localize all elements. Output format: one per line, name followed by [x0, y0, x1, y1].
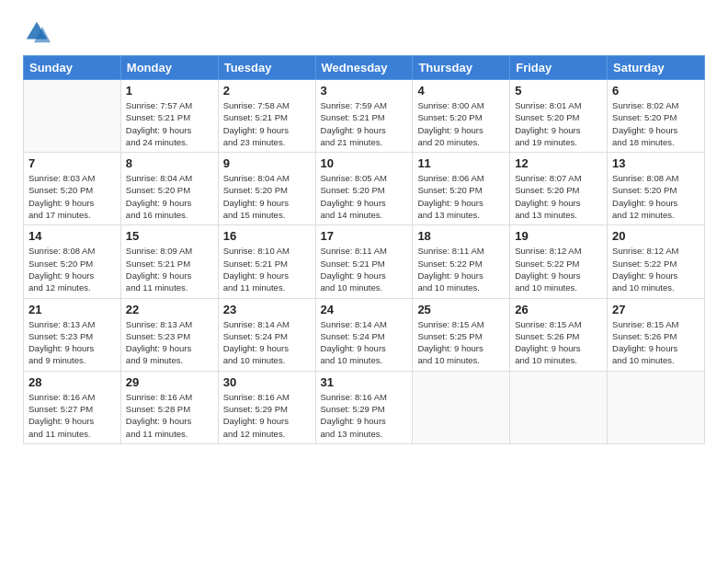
calendar-cell: 28Sunrise: 8:16 AM Sunset: 5:27 PM Dayli…	[24, 371, 121, 443]
day-number: 23	[223, 303, 311, 316]
day-number: 19	[515, 229, 602, 243]
calendar-cell: 15Sunrise: 8:09 AM Sunset: 5:21 PM Dayli…	[120, 225, 218, 298]
day-number: 8	[126, 156, 213, 170]
weekday-header-wednesday: Wednesday	[315, 56, 413, 80]
day-number: 28	[28, 375, 116, 389]
day-info: Sunrise: 8:15 AM Sunset: 5:25 PM Dayligh…	[417, 318, 505, 367]
calendar-cell: 8Sunrise: 8:04 AM Sunset: 5:20 PM Daylig…	[120, 153, 218, 225]
day-number: 22	[126, 303, 213, 316]
weekday-header-row: SundayMondayTuesdayWednesdayThursdayFrid…	[24, 56, 705, 80]
day-number: 20	[612, 229, 700, 243]
calendar-cell: 14Sunrise: 8:08 AM Sunset: 5:20 PM Dayli…	[24, 225, 121, 298]
day-number: 18	[417, 229, 505, 243]
day-info: Sunrise: 8:11 AM Sunset: 5:21 PM Dayligh…	[321, 245, 408, 293]
day-info: Sunrise: 7:59 AM Sunset: 5:21 PM Dayligh…	[321, 99, 408, 148]
day-number: 3	[321, 84, 408, 98]
calendar-cell: 13Sunrise: 8:08 AM Sunset: 5:20 PM Dayli…	[608, 153, 705, 225]
day-info: Sunrise: 8:14 AM Sunset: 5:24 PM Dayligh…	[223, 318, 311, 367]
calendar-cell: 10Sunrise: 8:05 AM Sunset: 5:20 PM Dayli…	[315, 153, 413, 225]
day-number: 30	[223, 375, 311, 389]
calendar-cell: 31Sunrise: 8:16 AM Sunset: 5:29 PM Dayli…	[315, 371, 413, 443]
calendar-cell: 18Sunrise: 8:11 AM Sunset: 5:22 PM Dayli…	[413, 225, 510, 298]
day-info: Sunrise: 8:16 AM Sunset: 5:28 PM Dayligh…	[126, 391, 213, 440]
day-info: Sunrise: 8:15 AM Sunset: 5:26 PM Dayligh…	[515, 318, 602, 367]
calendar-cell: 9Sunrise: 8:04 AM Sunset: 5:20 PM Daylig…	[218, 153, 315, 225]
day-info: Sunrise: 8:02 AM Sunset: 5:20 PM Dayligh…	[612, 99, 700, 148]
weekday-header-monday: Monday	[120, 56, 218, 80]
weekday-header-tuesday: Tuesday	[218, 56, 315, 80]
weekday-header-saturday: Saturday	[608, 56, 705, 80]
day-info: Sunrise: 8:04 AM Sunset: 5:20 PM Dayligh…	[126, 172, 213, 221]
day-info: Sunrise: 8:08 AM Sunset: 5:20 PM Dayligh…	[612, 172, 700, 221]
day-number: 21	[28, 303, 116, 316]
day-number: 26	[515, 303, 602, 316]
day-number: 15	[126, 229, 213, 243]
day-number: 10	[321, 156, 408, 170]
day-number: 12	[515, 156, 602, 170]
day-info: Sunrise: 8:01 AM Sunset: 5:20 PM Dayligh…	[515, 99, 602, 148]
weekday-header-friday: Friday	[510, 56, 608, 80]
day-number: 7	[28, 156, 116, 170]
day-info: Sunrise: 8:12 AM Sunset: 5:22 PM Dayligh…	[515, 245, 602, 293]
day-number: 4	[417, 84, 505, 98]
day-info: Sunrise: 8:16 AM Sunset: 5:29 PM Dayligh…	[321, 391, 408, 440]
calendar-cell: 23Sunrise: 8:14 AM Sunset: 5:24 PM Dayli…	[218, 298, 315, 371]
calendar-cell	[510, 371, 608, 443]
calendar-cell: 26Sunrise: 8:15 AM Sunset: 5:26 PM Dayli…	[510, 298, 608, 371]
day-info: Sunrise: 8:13 AM Sunset: 5:23 PM Dayligh…	[28, 318, 116, 367]
calendar-cell: 21Sunrise: 8:13 AM Sunset: 5:23 PM Dayli…	[24, 298, 121, 371]
week-row-4: 21Sunrise: 8:13 AM Sunset: 5:23 PM Dayli…	[24, 298, 705, 371]
day-info: Sunrise: 8:07 AM Sunset: 5:20 PM Dayligh…	[515, 172, 602, 221]
day-info: Sunrise: 8:08 AM Sunset: 5:20 PM Dayligh…	[28, 245, 116, 293]
day-number: 17	[321, 229, 408, 243]
calendar-cell: 22Sunrise: 8:13 AM Sunset: 5:23 PM Dayli…	[120, 298, 218, 371]
day-info: Sunrise: 7:58 AM Sunset: 5:21 PM Dayligh…	[223, 99, 311, 148]
day-number: 13	[612, 156, 700, 170]
calendar-cell: 16Sunrise: 8:10 AM Sunset: 5:21 PM Dayli…	[218, 225, 315, 298]
day-info: Sunrise: 8:16 AM Sunset: 5:27 PM Dayligh…	[28, 391, 116, 440]
day-info: Sunrise: 8:10 AM Sunset: 5:21 PM Dayligh…	[223, 245, 311, 293]
calendar-cell: 24Sunrise: 8:14 AM Sunset: 5:24 PM Dayli…	[315, 298, 413, 371]
day-number: 5	[515, 84, 602, 98]
day-info: Sunrise: 8:11 AM Sunset: 5:22 PM Dayligh…	[417, 245, 505, 293]
calendar-cell: 17Sunrise: 8:11 AM Sunset: 5:21 PM Dayli…	[315, 225, 413, 298]
calendar-cell: 30Sunrise: 8:16 AM Sunset: 5:29 PM Dayli…	[218, 371, 315, 443]
day-number: 6	[612, 84, 700, 98]
logo-icon	[23, 18, 51, 46]
week-row-1: 1Sunrise: 7:57 AM Sunset: 5:21 PM Daylig…	[24, 80, 705, 153]
day-info: Sunrise: 7:57 AM Sunset: 5:21 PM Dayligh…	[126, 99, 213, 148]
day-info: Sunrise: 8:06 AM Sunset: 5:20 PM Dayligh…	[417, 172, 505, 221]
day-number: 2	[223, 84, 311, 98]
day-info: Sunrise: 8:16 AM Sunset: 5:29 PM Dayligh…	[223, 391, 311, 440]
calendar-cell: 25Sunrise: 8:15 AM Sunset: 5:25 PM Dayli…	[413, 298, 510, 371]
page: SundayMondayTuesdayWednesdayThursdayFrid…	[0, 0, 728, 563]
calendar-cell: 6Sunrise: 8:02 AM Sunset: 5:20 PM Daylig…	[608, 80, 705, 153]
logo	[23, 18, 53, 46]
day-number: 25	[417, 303, 505, 316]
day-number: 27	[612, 303, 700, 316]
week-row-2: 7Sunrise: 8:03 AM Sunset: 5:20 PM Daylig…	[24, 153, 705, 225]
day-info: Sunrise: 8:13 AM Sunset: 5:23 PM Dayligh…	[126, 318, 213, 367]
calendar-cell: 4Sunrise: 8:00 AM Sunset: 5:20 PM Daylig…	[413, 80, 510, 153]
day-number: 1	[126, 84, 213, 98]
calendar-cell	[608, 371, 705, 443]
week-row-3: 14Sunrise: 8:08 AM Sunset: 5:20 PM Dayli…	[24, 225, 705, 298]
calendar-cell: 7Sunrise: 8:03 AM Sunset: 5:20 PM Daylig…	[24, 153, 121, 225]
day-info: Sunrise: 8:03 AM Sunset: 5:20 PM Dayligh…	[28, 172, 116, 221]
day-number: 14	[28, 229, 116, 243]
calendar-cell	[413, 371, 510, 443]
calendar-cell: 5Sunrise: 8:01 AM Sunset: 5:20 PM Daylig…	[510, 80, 608, 153]
day-number: 31	[321, 375, 408, 389]
day-number: 16	[223, 229, 311, 243]
day-info: Sunrise: 8:09 AM Sunset: 5:21 PM Dayligh…	[126, 245, 213, 293]
calendar-cell: 3Sunrise: 7:59 AM Sunset: 5:21 PM Daylig…	[315, 80, 413, 153]
day-info: Sunrise: 8:05 AM Sunset: 5:20 PM Dayligh…	[321, 172, 408, 221]
day-info: Sunrise: 8:14 AM Sunset: 5:24 PM Dayligh…	[321, 318, 408, 367]
calendar-cell: 12Sunrise: 8:07 AM Sunset: 5:20 PM Dayli…	[510, 153, 608, 225]
day-info: Sunrise: 8:15 AM Sunset: 5:26 PM Dayligh…	[612, 318, 700, 367]
week-row-5: 28Sunrise: 8:16 AM Sunset: 5:27 PM Dayli…	[24, 371, 705, 443]
day-info: Sunrise: 8:00 AM Sunset: 5:20 PM Dayligh…	[417, 99, 505, 148]
calendar-table: SundayMondayTuesdayWednesdayThursdayFrid…	[23, 55, 705, 444]
calendar-cell: 29Sunrise: 8:16 AM Sunset: 5:28 PM Dayli…	[120, 371, 218, 443]
day-number: 11	[417, 156, 505, 170]
